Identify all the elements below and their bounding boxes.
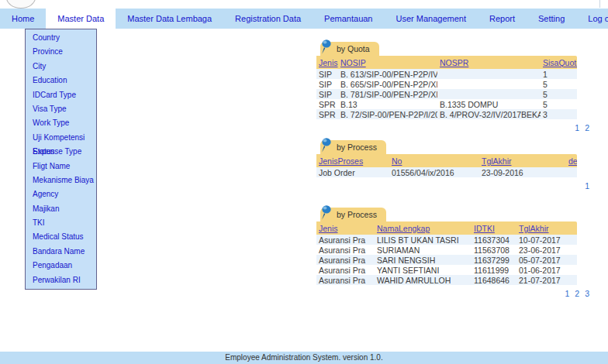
table-row: SIPB. 665/SIP-00/PEN-P2P/XII/20165 bbox=[316, 79, 577, 89]
nav-item-setting[interactable]: Setting bbox=[527, 9, 576, 29]
footer-bar: Employee Administration System. version … bbox=[0, 352, 608, 364]
column-header-no[interactable]: No bbox=[389, 156, 479, 166]
nav-item-home[interactable]: Home bbox=[0, 9, 46, 29]
page-link-1[interactable]: 1 bbox=[585, 181, 589, 191]
dropdown-item-perwakilan-ri[interactable]: Perwakilan RI bbox=[26, 273, 96, 287]
column-header-jenis[interactable]: Jenis bbox=[316, 58, 338, 67]
dropdown-item-visa-type[interactable]: Visa Type bbox=[26, 102, 96, 116]
table-cell: B. 613/SIP-00/PEN-P2P/IV/2017 bbox=[338, 70, 437, 79]
page-link-2[interactable]: 2 bbox=[575, 289, 579, 298]
table-cell: Job Order bbox=[316, 168, 389, 177]
nav-item-report[interactable]: Report bbox=[478, 9, 527, 29]
table-cell: YANTI SEFTIANI bbox=[375, 266, 472, 275]
dropdown-item-expense-type[interactable]: Expense Type bbox=[26, 145, 96, 159]
column-header-tglakhir[interactable]: TglAkhir bbox=[516, 224, 577, 233]
page-link-1[interactable]: 1 bbox=[575, 123, 579, 132]
table-cell: SURIAMAN bbox=[375, 246, 472, 255]
dropdown-item-tki[interactable]: TKI bbox=[26, 216, 96, 230]
panel-by-quota: by QuotaJenisNOSIPNOSPRSisaQuotaSIPB. 61… bbox=[316, 42, 577, 132]
table-cell: 21-07-2017 bbox=[516, 276, 577, 285]
table-cell: 05-07-2017 bbox=[516, 256, 577, 265]
table-cell: 10-07-2017 bbox=[516, 235, 577, 245]
nav-item-master-data[interactable]: Master Data bbox=[46, 9, 116, 29]
dropdown-item-bandara-name[interactable]: Bandara Name bbox=[26, 245, 96, 259]
browser-tab-shape bbox=[6, 0, 36, 9]
pagination: 12 bbox=[316, 123, 589, 132]
page-link-2[interactable]: 2 bbox=[585, 123, 589, 132]
pushpin-icon bbox=[319, 204, 333, 221]
table-cell: Asuransi Pra bbox=[316, 246, 375, 255]
pushpin-icon bbox=[319, 39, 333, 56]
dropdown-item-province[interactable]: Province bbox=[26, 45, 96, 59]
pushpin-icon bbox=[319, 137, 333, 154]
table-cell: 1 bbox=[541, 70, 577, 79]
table-cell: 11611999 bbox=[472, 266, 516, 275]
table-row: Job Order01556/04/ix/201623-09-2016 bbox=[316, 167, 577, 177]
table-cell: SPR bbox=[316, 100, 338, 109]
table-row: Asuransi PraSURIAMAN1156370823-06-2017 bbox=[316, 245, 577, 255]
dropdown-item-education[interactable]: Education bbox=[26, 74, 96, 88]
nav-item-log-out[interactable]: Log out bbox=[576, 9, 608, 29]
table-cell: 5 bbox=[541, 100, 577, 109]
table-cell: 5 bbox=[541, 90, 577, 99]
table-cell: LILIS BT UKAN TASRI bbox=[375, 235, 472, 245]
page-link-1[interactable]: 1 bbox=[565, 289, 569, 298]
dropdown-item-uji-kompetensi-status[interactable]: Uji Kompetensi Status bbox=[26, 131, 96, 145]
table-row: Asuransi PraYANTI SEFTIANI1161199901-06-… bbox=[316, 265, 577, 275]
table-cell: SPR bbox=[316, 110, 338, 119]
table-cell: Asuransi Pra bbox=[316, 256, 375, 265]
table-cell: B. 781/SIP-00/PEN-P2P/XII/2016 bbox=[338, 90, 437, 99]
table-cell: 11563708 bbox=[472, 246, 516, 255]
table-header-row: JenisNOSIPNOSPRSisaQuota bbox=[316, 56, 577, 69]
dropdown-item-fligt-name[interactable]: Fligt Name bbox=[26, 160, 96, 173]
dropdown-item-agency[interactable]: Agency bbox=[26, 187, 96, 201]
page-link-3[interactable]: 3 bbox=[585, 289, 589, 298]
column-header-jenis[interactable]: Jenis bbox=[316, 224, 375, 233]
table-cell: SARI NENGSIH bbox=[375, 256, 472, 265]
browser-chrome-strip bbox=[0, 0, 608, 9]
column-header-nospr[interactable]: NOSPR bbox=[437, 58, 541, 67]
dropdown-item-majikan[interactable]: Majikan bbox=[26, 202, 96, 216]
dropdown-item-pengadaan[interactable]: Pengadaan bbox=[26, 259, 96, 273]
nav-item-pemantauan[interactable]: Pemantauan bbox=[313, 9, 384, 29]
table-cell: B. 72/SIP-00/PEN-P2P/I/2017 bbox=[338, 110, 437, 119]
dropdown-item-work-type[interactable]: Work Type bbox=[26, 116, 96, 130]
nav-item-registration-data[interactable]: Registration Data bbox=[223, 9, 313, 29]
table-row: Asuransi PraSARI NENGSIH1163729905-07-20… bbox=[316, 255, 577, 265]
pagination: 123 bbox=[316, 289, 589, 298]
column-header-idtki[interactable]: IDTKI bbox=[472, 224, 516, 233]
table-cell: 01-06-2017 bbox=[516, 266, 577, 275]
dropdown-item-idcard-type[interactable]: IDCard Type bbox=[26, 88, 96, 102]
column-header-jenisproses[interactable]: JenisProses bbox=[316, 156, 389, 166]
table-cell: B. 4/PROV-32/IV/2017BEKASIKAB bbox=[437, 110, 541, 119]
table-cell: 3 bbox=[541, 110, 577, 119]
dropdown-item-city[interactable]: City bbox=[26, 60, 96, 74]
table-cell: 11648646 bbox=[472, 276, 516, 285]
table-body: SIPB. 613/SIP-00/PEN-P2P/IV/20171SIPB. 6… bbox=[316, 69, 577, 119]
nav-item-master-data-lembaga[interactable]: Master Data Lembaga bbox=[116, 9, 223, 29]
dropdown-item-mekanisme-biaya[interactable]: Mekanisme Biaya bbox=[26, 173, 96, 187]
dropdown-item-medical-status[interactable]: Medical Status bbox=[26, 230, 96, 244]
column-header-des[interactable]: des bbox=[566, 156, 577, 166]
column-header-tglakhir[interactable]: TglAkhir bbox=[479, 156, 566, 166]
panel-by-process: by ProcessJenisNamaLengkapIDTKITglAkhirA… bbox=[316, 208, 577, 298]
table-cell: 11637299 bbox=[472, 256, 516, 265]
table-cell: SIP bbox=[316, 70, 338, 79]
table-header-row: JenisProsesNoTglAkhirdes bbox=[316, 154, 577, 167]
dropdown-item-country[interactable]: Country bbox=[26, 31, 96, 45]
panel-by-process: by ProcessJenisProsesNoTglAkhirdesJob Or… bbox=[316, 140, 577, 191]
table-cell: 01556/04/ix/2016 bbox=[389, 168, 479, 177]
table-cell: WAHID AMRULLOH bbox=[375, 276, 472, 285]
pagination: 1 bbox=[316, 181, 589, 191]
table-cell: 5 bbox=[541, 80, 577, 89]
table-cell: 11637304 bbox=[472, 235, 516, 245]
column-header-namalengkap[interactable]: NamaLengkap bbox=[375, 224, 472, 233]
table-row: SIPB. 781/SIP-00/PEN-P2P/XII/20165 bbox=[316, 89, 577, 99]
table-cell: Asuransi Pra bbox=[316, 266, 375, 275]
column-header-nosip[interactable]: NOSIP bbox=[338, 58, 437, 67]
table-row: SPRB. 72/SIP-00/PEN-P2P/I/2017B. 4/PROV-… bbox=[316, 109, 577, 119]
table-row: Asuransi PraLILIS BT UKAN TASRI116373041… bbox=[316, 235, 577, 245]
table-cell: Asuransi Pra bbox=[316, 276, 375, 285]
nav-item-user-management[interactable]: User Management bbox=[385, 9, 478, 29]
column-header-sisaquota[interactable]: SisaQuota bbox=[541, 58, 577, 67]
